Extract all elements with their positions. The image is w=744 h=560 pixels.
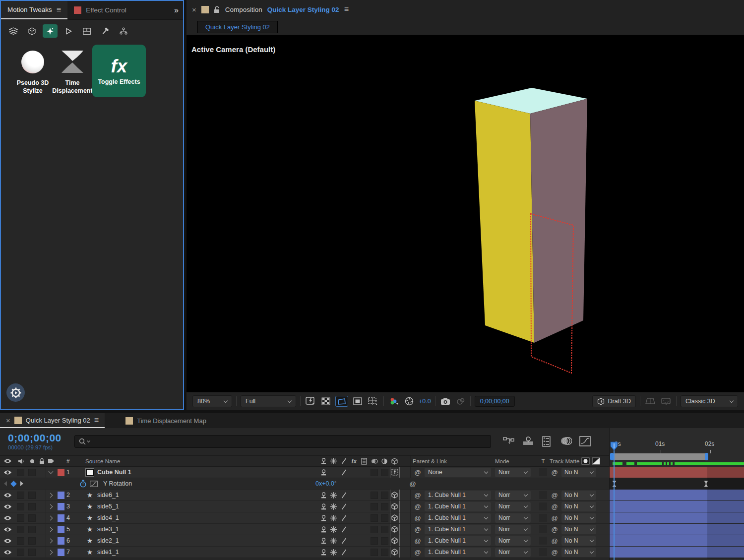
parent-dropdown[interactable]: 1. Cube Null 1 — [425, 502, 491, 511]
matte-pickwhip-icon[interactable]: @ — [550, 549, 559, 556]
audio-cell[interactable] — [15, 535, 26, 546]
quality-icon[interactable] — [339, 490, 349, 500]
eye-icon[interactable] — [0, 490, 15, 500]
shy-icon[interactable] — [318, 467, 329, 478]
luma-matte-icon[interactable] — [592, 457, 600, 465]
preview-timecode[interactable]: 0;00;00;00 — [475, 396, 515, 407]
layer-color-swatch[interactable] — [58, 549, 64, 556]
collapse-icon[interactable] — [329, 524, 339, 535]
expander-icon[interactable] — [46, 524, 56, 535]
audio-cell[interactable] — [15, 524, 26, 535]
property-name[interactable]: Y Rotation — [99, 480, 315, 487]
eye-icon[interactable] — [0, 547, 15, 558]
track-matte-dropdown[interactable]: No N — [561, 548, 596, 557]
toggle-effects-button[interactable]: fx Toggle Effects — [92, 45, 146, 97]
playhead-line[interactable] — [614, 448, 615, 560]
preserve-transparency-cell[interactable] — [539, 537, 547, 545]
matte-pickwhip-icon[interactable]: @ — [550, 503, 559, 510]
blend-mode-dropdown[interactable]: Norr — [495, 468, 531, 477]
parent-dropdown[interactable]: None — [425, 468, 491, 477]
blend-mode-dropdown[interactable]: Norr — [495, 513, 531, 523]
table-row-cube-null[interactable]: 1 Cube Null 1 @ None Norr @ No N — [0, 467, 609, 478]
motion-blur-icon[interactable] — [370, 456, 380, 466]
3d-ground-plane-icon[interactable] — [644, 396, 656, 407]
shy-icon[interactable] — [318, 547, 329, 558]
property-row-y-rotation[interactable]: Y Rotation 0x+0.0° @ — [0, 478, 609, 490]
quality-icon[interactable] — [339, 467, 349, 478]
shy-icon[interactable] — [318, 524, 329, 535]
parent-dropdown[interactable]: 1. Cube Null 1 — [425, 525, 491, 534]
layer-name[interactable]: side4_1 — [97, 512, 318, 523]
panel-menu-icon[interactable]: ≡ — [94, 416, 99, 425]
composition-viewport[interactable]: Active Camera (Default) — [186, 35, 744, 392]
preserve-transparency-cell[interactable] — [539, 468, 547, 476]
shy-icon[interactable] — [318, 535, 329, 546]
channel-settings-icon[interactable] — [388, 396, 400, 407]
layer-name[interactable]: side3_1 — [97, 524, 318, 535]
parent-dropdown[interactable]: 1. Cube Null 1 — [425, 536, 491, 546]
layer-name[interactable]: Cube Null 1 — [97, 467, 318, 478]
snapshot-camera-icon[interactable] — [439, 396, 451, 407]
panel-menu-icon[interactable]: ≡ — [344, 5, 349, 14]
panel-menu-icon[interactable]: ≡ — [57, 5, 61, 14]
shy-icon[interactable] — [318, 501, 329, 512]
audio-cell[interactable] — [15, 467, 26, 478]
cube-3d-icon[interactable] — [390, 490, 400, 500]
fast-previews-icon[interactable] — [305, 396, 316, 407]
track-matte-column-header[interactable]: Track Matte — [550, 458, 579, 464]
pickwhip-icon[interactable]: @ — [413, 537, 423, 545]
graph-toggle-icon[interactable] — [88, 481, 99, 487]
timeline-tab-active[interactable]: × Quick Layer Styling 02 ≡ — [0, 413, 105, 428]
timeline-tab-inactive[interactable]: Time Displacement Map — [120, 413, 212, 428]
node-tree-icon[interactable] — [116, 24, 131, 38]
hide-shy-layers-icon[interactable] — [522, 436, 534, 447]
audio-cell[interactable] — [15, 501, 26, 512]
track-matte-dropdown[interactable]: No N — [561, 491, 596, 500]
expander-icon[interactable] — [46, 547, 56, 558]
quality-icon[interactable] — [339, 535, 349, 546]
solo-cell[interactable] — [26, 547, 38, 558]
parent-dropdown[interactable]: 1. Cube Null 1 — [425, 491, 491, 500]
playhead-handle[interactable] — [610, 441, 618, 451]
lock-column-icon[interactable] — [38, 456, 46, 466]
matte-pickwhip-icon[interactable]: @ — [550, 514, 559, 522]
matte-pickwhip-icon[interactable]: @ — [550, 526, 559, 533]
table-row-shape-layer[interactable]: 5 ★ side3_1 @ 1. Cube Null 1 Norr — [0, 524, 609, 535]
cube-3d-icon[interactable] — [390, 501, 400, 512]
eye-icon[interactable] — [0, 512, 15, 523]
index-column-header[interactable]: # — [66, 456, 82, 466]
collapse-icon[interactable] — [329, 547, 339, 558]
layer-name[interactable]: side2_1 — [97, 535, 318, 546]
keyframe-diamond-icon[interactable] — [10, 481, 17, 487]
table-row-shape-layer[interactable]: 4 ★ side4_1 @ 1. Cube Null 1 Norr — [0, 512, 609, 524]
parent-link-column-header[interactable]: Parent & Link — [413, 458, 447, 464]
shy-icon[interactable] — [318, 512, 329, 523]
solo-cell[interactable] — [26, 524, 38, 535]
play-icon[interactable] — [61, 24, 76, 38]
next-keyframe-icon[interactable] — [20, 481, 23, 486]
current-time-display[interactable]: 0;00;00;00 00000 (29.97 fps) — [8, 432, 62, 450]
layer-color-swatch[interactable] — [58, 503, 64, 510]
quality-icon[interactable] — [339, 456, 349, 466]
shy-icon[interactable] — [318, 490, 329, 500]
settings-gear-button[interactable] — [6, 383, 25, 402]
track-matte-dropdown[interactable]: No N — [561, 536, 596, 546]
audio-cell[interactable] — [15, 512, 26, 523]
preserve-transparency-cell[interactable] — [539, 514, 547, 522]
matte-pickwhip-icon[interactable]: @ — [550, 469, 559, 476]
alpha-matte-icon[interactable] — [581, 457, 590, 465]
mask-visibility-icon[interactable] — [335, 396, 348, 407]
expander-icon[interactable] — [46, 535, 56, 546]
video-column-icon[interactable] — [0, 456, 15, 466]
quality-icon[interactable] — [339, 524, 349, 535]
panel-layout-icon[interactable] — [79, 24, 94, 38]
preserve-transparency-cell[interactable] — [539, 525, 547, 533]
blend-mode-dropdown[interactable]: Norr — [495, 548, 531, 557]
magnification-dropdown[interactable]: 80% — [192, 395, 232, 407]
eye-icon[interactable] — [0, 535, 15, 546]
blend-mode-dropdown[interactable]: Norr — [495, 536, 531, 546]
collapse-icon[interactable] — [329, 512, 339, 523]
audio-cell[interactable] — [15, 490, 26, 500]
tab-motion-tweaks[interactable]: Motion Tweaks ≡ — [1, 1, 67, 19]
blend-mode-dropdown[interactable]: Norr — [495, 502, 531, 511]
